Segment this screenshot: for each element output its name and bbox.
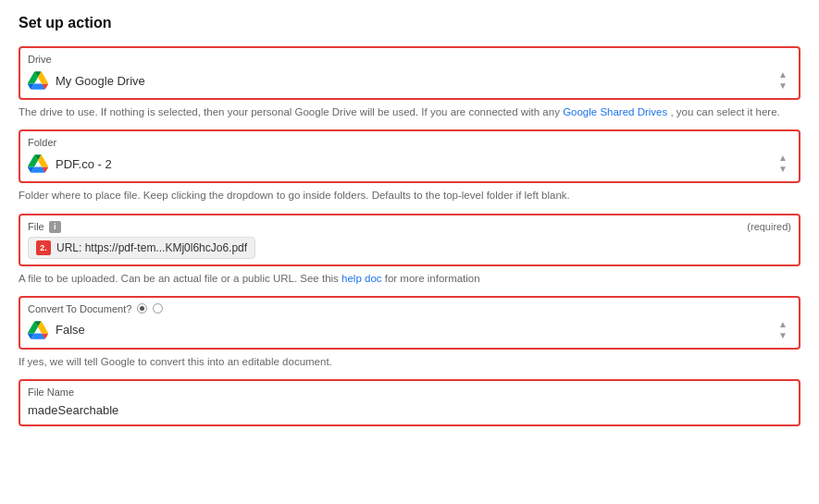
file-label-left: File i bbox=[28, 221, 61, 233]
convert-hint: If yes, we will tell Google to convert t… bbox=[19, 354, 800, 370]
file-field-label: File bbox=[28, 221, 44, 232]
spinner-up-icon[interactable]: ▲ bbox=[778, 70, 788, 80]
file-field-row: 2. URL: https://pdf-tem...KMj0l6hcJo6.pd… bbox=[28, 237, 791, 259]
page-title: Set up action bbox=[19, 15, 800, 31]
folder-value-row: PDF.co - 2 bbox=[28, 154, 775, 174]
convert-spinner[interactable]: ▲ ▼ bbox=[775, 318, 791, 342]
google-shared-drives-link[interactable]: Google Shared Drives bbox=[563, 106, 667, 117]
google-drive-icon bbox=[28, 70, 48, 91]
convert-value-row: False bbox=[28, 320, 775, 340]
convert-value-text: False bbox=[56, 323, 85, 337]
file-hint: A file to be uploaded. Can be an actual … bbox=[19, 271, 800, 287]
convert-spinner-down[interactable]: ▼ bbox=[778, 331, 788, 340]
drive-value-text: My Google Drive bbox=[56, 74, 145, 88]
required-badge: (required) bbox=[747, 221, 791, 232]
convert-field-label: Convert To Document? bbox=[28, 303, 131, 314]
folder-field-box: Folder PDF.co - 2 ▲ ▼ bbox=[19, 129, 800, 183]
filename-field-box: File Name bbox=[19, 379, 800, 426]
file-field-box: File i (required) 2. URL: https://pdf-te… bbox=[19, 214, 800, 266]
filename-field-label: File Name bbox=[28, 387, 791, 398]
spinner-down-icon[interactable]: ▼ bbox=[778, 81, 788, 91]
file-pill[interactable]: 2. URL: https://pdf-tem...KMj0l6hcJo6.pd… bbox=[28, 237, 255, 259]
filename-field-section: File Name bbox=[19, 379, 800, 426]
folder-drive-icon bbox=[28, 154, 48, 174]
file-info-icon: i bbox=[49, 221, 61, 233]
convert-field-row: False ▲ ▼ bbox=[28, 318, 791, 342]
folder-spinner-up[interactable]: ▲ bbox=[778, 154, 788, 163]
folder-field-row: PDF.co - 2 ▲ ▼ bbox=[28, 152, 791, 176]
radio-yes[interactable] bbox=[137, 303, 147, 313]
file-pill-icon: 2. bbox=[36, 240, 51, 255]
convert-spinner-up[interactable]: ▲ bbox=[778, 320, 788, 329]
help-doc-link[interactable]: help doc bbox=[341, 273, 381, 284]
folder-field-label: Folder bbox=[28, 137, 791, 148]
drive-field-box: Drive My Google Drive ▲ ▼ bbox=[19, 46, 800, 100]
convert-label-row: Convert To Document? bbox=[28, 303, 791, 314]
drive-field-row: My Google Drive ▲ ▼ bbox=[28, 68, 791, 92]
file-pill-text: URL: https://pdf-tem...KMj0l6hcJo6.pdf bbox=[56, 241, 247, 254]
folder-hint: Folder where to place file. Keep clickin… bbox=[19, 188, 800, 203]
radio-yes-dot[interactable] bbox=[137, 303, 147, 313]
file-field-section: File i (required) 2. URL: https://pdf-te… bbox=[19, 214, 800, 287]
radio-no[interactable] bbox=[153, 303, 163, 313]
convert-drive-icon bbox=[28, 320, 48, 340]
drive-field-section: Drive My Google Drive ▲ ▼ The drive bbox=[19, 46, 800, 120]
folder-value-text: PDF.co - 2 bbox=[56, 157, 112, 171]
folder-spinner[interactable]: ▲ ▼ bbox=[775, 152, 791, 176]
filename-input[interactable] bbox=[28, 401, 791, 419]
drive-value-row: My Google Drive bbox=[28, 70, 775, 91]
drive-hint: The drive to use. If nothing is selected… bbox=[19, 104, 800, 120]
convert-field-box: Convert To Document? False bbox=[19, 296, 800, 350]
folder-spinner-down[interactable]: ▼ bbox=[778, 165, 788, 174]
folder-field-section: Folder PDF.co - 2 ▲ ▼ Folder where to pl… bbox=[19, 129, 800, 203]
file-label-row: File i (required) bbox=[28, 221, 791, 233]
drive-spinner[interactable]: ▲ ▼ bbox=[775, 68, 791, 92]
radio-no-dot[interactable] bbox=[153, 303, 163, 313]
convert-field-section: Convert To Document? False bbox=[19, 296, 800, 370]
drive-field-label: Drive bbox=[28, 54, 791, 65]
